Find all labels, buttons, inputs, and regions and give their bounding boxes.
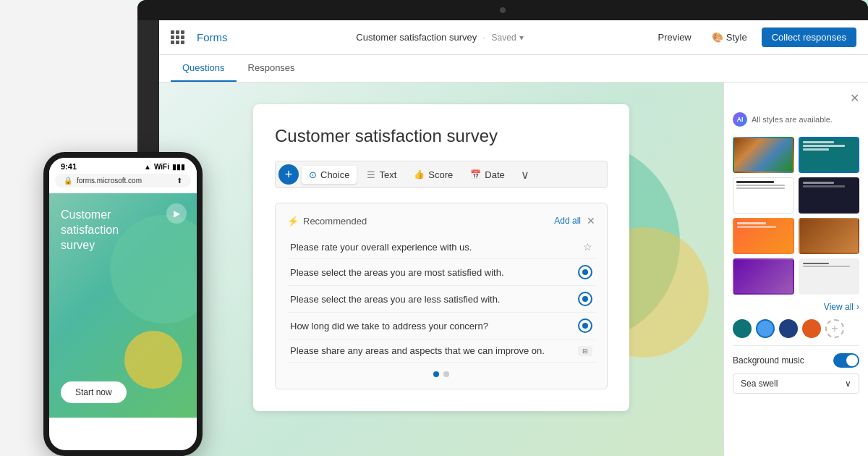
- phone-survey-title: Customer satisfaction survey: [61, 208, 119, 253]
- ai-banner: AI All styles are available.: [733, 112, 859, 127]
- add-all-button[interactable]: Add all: [554, 216, 581, 226]
- lightning-icon: ⚡: [287, 216, 299, 227]
- theme-dark[interactable]: [799, 177, 860, 214]
- music-track-dropdown[interactable]: Sea swell ∨: [733, 373, 859, 394]
- survey-title-nav: Customer satisfaction survey - Saved ▾: [239, 32, 641, 43]
- radio-icon: [578, 318, 592, 333]
- theme-customer2[interactable]: [799, 258, 860, 295]
- lock-icon: 🔒: [64, 177, 72, 185]
- main-content: Customer satisfaction survey + ⊙ Choice …: [159, 83, 868, 456]
- question-text: How long did we take to address your con…: [290, 321, 578, 332]
- style-icon: 🎨: [712, 32, 723, 43]
- phone-play-icon: ▶: [166, 203, 187, 224]
- view-all-button[interactable]: View all ›: [733, 302, 859, 312]
- color-swatch-blue-light[interactable]: [756, 319, 775, 338]
- color-swatch-orange[interactable]: [802, 319, 821, 338]
- choice-type-button[interactable]: ⊙ Choice: [302, 166, 357, 184]
- add-question-button[interactable]: +: [278, 164, 299, 185]
- close-recommended-button[interactable]: ✕: [587, 215, 595, 227]
- question-text: Please select the areas you are most sat…: [290, 267, 578, 278]
- collect-responses-button[interactable]: Collect responses: [762, 28, 856, 47]
- phone-frame: 9:41 ▲ WiFi ▮▮▮ 🔒 forms.microsoft.com ⬆ …: [43, 152, 203, 456]
- close-style-panel-button[interactable]: ✕: [850, 91, 859, 105]
- tab-responses[interactable]: Responses: [237, 55, 307, 82]
- chevron-down-icon: ∨: [845, 379, 851, 389]
- score-icon: 👍: [414, 169, 425, 180]
- date-icon: 📅: [470, 169, 481, 180]
- add-color-button[interactable]: +: [825, 319, 844, 338]
- chevron-right-icon: ›: [856, 302, 859, 312]
- waffle-icon[interactable]: [171, 30, 185, 45]
- phone-status-icons: ▲ WiFi ▮▮▮: [144, 163, 185, 171]
- style-button[interactable]: 🎨 Style: [706, 29, 753, 46]
- color-swatches: +: [733, 319, 859, 338]
- recommended-section: ⚡ Recommended Add all ✕ Please rate your…: [275, 203, 608, 389]
- text-type-button[interactable]: ☰ Text: [359, 166, 404, 184]
- top-navigation: Forms Customer satisfaction survey - Sav…: [159, 20, 868, 55]
- more-types-button[interactable]: ∨: [515, 164, 535, 185]
- survey-card: Customer satisfaction survey + ⊙ Choice …: [253, 104, 629, 411]
- question-text: Please share any areas and aspects that …: [290, 345, 578, 356]
- phone-content: ▶ Customer satisfaction survey Start now: [49, 193, 197, 418]
- tab-questions[interactable]: Questions: [171, 55, 237, 82]
- date-type-button[interactable]: 📅 Date: [463, 166, 511, 184]
- saved-badge: Saved ▾: [492, 33, 524, 43]
- pagination: [287, 371, 595, 377]
- radio-icon: [578, 292, 592, 306]
- choice-icon: ⊙: [309, 169, 317, 180]
- question-item: Please rate your overall experience with…: [287, 235, 595, 259]
- radio-icon: [578, 265, 592, 279]
- music-section: Background music Sea swell ∨: [733, 345, 859, 394]
- question-text: Please select the areas you are less sat…: [290, 294, 578, 305]
- theme-map[interactable]: [733, 137, 794, 173]
- question-item: Please select the areas you are less sat…: [287, 286, 595, 313]
- app-logo: Forms: [197, 31, 228, 43]
- tab-bar: Questions Responses: [159, 55, 868, 83]
- theme-pizza[interactable]: [799, 218, 860, 254]
- phone-start-button[interactable]: Start now: [61, 381, 127, 403]
- style-panel: ✕ AI All styles are available.: [723, 83, 868, 456]
- color-swatch-blue-dark[interactable]: [779, 319, 798, 338]
- music-toggle[interactable]: [833, 353, 859, 368]
- preview-button[interactable]: Preview: [652, 29, 697, 46]
- score-type-button[interactable]: 👍 Score: [407, 166, 460, 184]
- nav-actions: Preview 🎨 Style Collect responses: [652, 28, 856, 47]
- theme-purple[interactable]: [733, 258, 794, 295]
- theme-white[interactable]: [733, 177, 794, 214]
- page-dot-1[interactable]: [433, 371, 439, 377]
- color-swatch-teal[interactable]: [733, 319, 752, 338]
- phone-status-bar: 9:41 ▲ WiFi ▮▮▮: [49, 158, 197, 174]
- themes-grid: [733, 137, 859, 295]
- theme-teal[interactable]: [799, 137, 860, 173]
- survey-area: Customer satisfaction survey + ⊙ Choice …: [159, 83, 723, 456]
- page-dot-2[interactable]: [443, 371, 449, 377]
- theme-orange[interactable]: [733, 218, 794, 254]
- star-icon: ☆: [583, 241, 592, 253]
- survey-card-title: Customer satisfaction survey: [275, 126, 608, 146]
- text-field-icon: ⊟: [578, 346, 592, 356]
- phone-address-bar: 🔒 forms.microsoft.com ⬆: [55, 174, 191, 187]
- question-text: Please rate your overall experience with…: [290, 242, 583, 253]
- question-item: Please share any areas and aspects that …: [287, 339, 595, 363]
- question-item: How long did we take to address your con…: [287, 313, 595, 339]
- music-label: Background music: [733, 355, 804, 366]
- ai-avatar: AI: [733, 112, 747, 127]
- question-item: Please select the areas you are most sat…: [287, 259, 595, 286]
- question-toolbar: + ⊙ Choice ☰ Text 👍 Score 📅: [275, 161, 608, 188]
- text-icon: ☰: [367, 169, 375, 180]
- phone-time: 9:41: [61, 162, 77, 171]
- share-icon: ⬆: [176, 177, 182, 185]
